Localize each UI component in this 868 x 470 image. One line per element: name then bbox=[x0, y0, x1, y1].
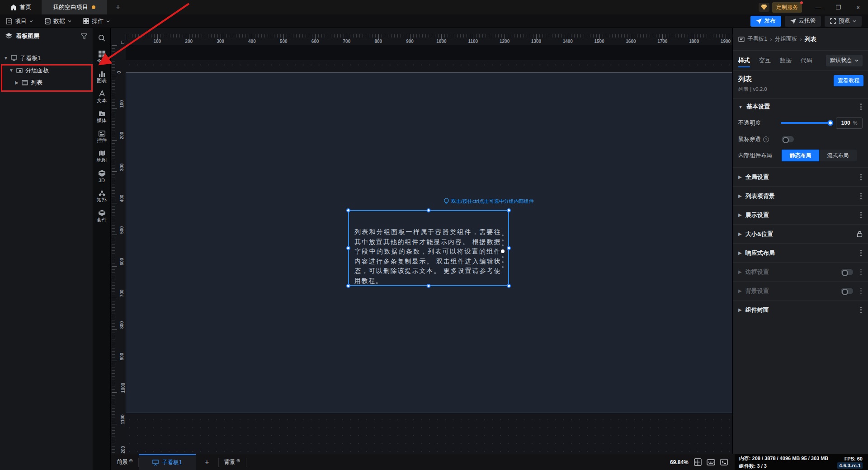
vertical-ruler[interactable]: -100010020030040050060070080090010001100… bbox=[111, 45, 126, 454]
caret-right-icon: ▶ bbox=[738, 288, 742, 293]
fps-label: FPS: bbox=[844, 456, 856, 461]
resize-handle-ne[interactable] bbox=[507, 208, 511, 212]
kebab-menu-icon[interactable] bbox=[859, 103, 863, 111]
cloud-host-button[interactable]: 云托管 bbox=[785, 16, 821, 27]
publish-button[interactable]: 发布 bbox=[750, 16, 781, 27]
library-tab-3d[interactable]: 3D bbox=[93, 166, 110, 186]
border-settings-toggle[interactable] bbox=[841, 269, 853, 275]
tab-data[interactable]: 数据 bbox=[780, 51, 792, 70]
resize-handle-nw[interactable] bbox=[346, 208, 350, 212]
new-tab-button[interactable]: + bbox=[107, 0, 129, 14]
tree-item-group-panel[interactable]: ▼ 分组面板 bbox=[0, 64, 93, 76]
library-tab-kits[interactable]: 套件 bbox=[93, 206, 110, 226]
tab-interaction[interactable]: 交互 bbox=[759, 51, 771, 70]
menu-data[interactable]: 数据 bbox=[45, 17, 71, 25]
mouse-through-row: 鼠标穿透 bbox=[733, 131, 868, 147]
section-background-settings[interactable]: ▶ 背景设置 bbox=[733, 281, 868, 300]
foreground-button[interactable]: 前景 ⊕ bbox=[111, 458, 138, 466]
library-tab-map[interactable]: 地图 bbox=[93, 146, 110, 166]
menu-actions[interactable]: 操作 bbox=[83, 17, 110, 25]
breadcrumb-item[interactable]: 子看板1 bbox=[747, 35, 767, 43]
library-tab-charts[interactable]: 图表 bbox=[93, 67, 110, 87]
tree-item-list[interactable]: ▶ 列表 bbox=[0, 76, 93, 89]
resize-handle-se[interactable] bbox=[507, 284, 511, 288]
resize-handle-e[interactable] bbox=[507, 246, 511, 250]
library-tab-label: 控件 bbox=[97, 138, 107, 143]
background-settings-toggle[interactable] bbox=[841, 288, 853, 294]
resize-handle-n[interactable] bbox=[427, 208, 431, 212]
state-selector[interactable]: 默认状态 bbox=[826, 55, 863, 66]
layout-static-option[interactable]: 静态布局 bbox=[782, 150, 819, 161]
kebab-menu-icon[interactable] bbox=[859, 249, 863, 257]
view-tutorial-button[interactable]: 查看教程 bbox=[834, 75, 863, 86]
search-icon[interactable] bbox=[98, 34, 105, 42]
slider-thumb[interactable] bbox=[827, 120, 833, 126]
diamond-icon[interactable] bbox=[759, 3, 769, 12]
add-board-button[interactable]: + bbox=[196, 458, 218, 467]
shortcut-keyboard-icon[interactable] bbox=[707, 459, 715, 465]
ruler-origin-corner[interactable] bbox=[111, 28, 126, 45]
window-minimize-button[interactable]: — bbox=[808, 0, 828, 14]
custom-service-badge[interactable]: 定制服务 bbox=[772, 2, 802, 13]
mouse-through-toggle[interactable] bbox=[782, 136, 794, 142]
kebab-menu-icon[interactable] bbox=[859, 268, 863, 276]
background-button[interactable]: 背景 ⊕ bbox=[219, 458, 246, 466]
caret-down-icon[interactable]: ▼ bbox=[9, 68, 14, 73]
state-selector-value: 默认状态 bbox=[830, 56, 852, 64]
fit-view-icon[interactable] bbox=[694, 458, 702, 466]
inspector-panel: 子看板1› 分组面板› 列表 样式 交互 数据 代码 默认状态 列表 列表 | … bbox=[732, 28, 868, 454]
breadcrumb-item[interactable]: 分组面板 bbox=[775, 35, 797, 43]
home-tab[interactable]: 首页 bbox=[0, 0, 42, 14]
kebab-menu-icon[interactable] bbox=[859, 173, 863, 181]
library-tab-controls[interactable]: 控件 bbox=[93, 127, 110, 146]
section-component-cover[interactable]: ▶ 组件封面 bbox=[733, 300, 868, 319]
library-tab-text[interactable]: 文本 bbox=[93, 87, 110, 107]
preview-button[interactable]: 预览 bbox=[825, 16, 862, 27]
opacity-input[interactable]: 100 % bbox=[836, 118, 863, 129]
components-label: 组件数: bbox=[739, 463, 756, 469]
resize-handle-w[interactable] bbox=[346, 246, 350, 250]
tree-item-dashboard[interactable]: ▼ 子看板1 bbox=[0, 52, 93, 64]
breadcrumb-current: 列表 bbox=[805, 35, 816, 43]
menu-actions-label: 操作 bbox=[92, 17, 104, 25]
resize-handle-sw[interactable] bbox=[346, 284, 350, 288]
project-tab[interactable]: 我的空白项目 bbox=[42, 0, 107, 14]
lock-icon[interactable] bbox=[857, 231, 863, 237]
basic-settings-header[interactable]: ▼ 基本设置 bbox=[733, 99, 868, 115]
opacity-slider[interactable] bbox=[781, 122, 832, 124]
library-tab-all[interactable]: 全部 bbox=[93, 47, 110, 67]
caret-down-icon[interactable]: ▼ bbox=[4, 56, 8, 61]
kebab-menu-icon[interactable] bbox=[859, 211, 863, 219]
tab-code[interactable]: 代码 bbox=[801, 51, 812, 70]
tab-style[interactable]: 样式 bbox=[738, 51, 750, 70]
section-list-item-background[interactable]: ▶ 列表项背景 bbox=[733, 186, 868, 205]
library-tab-topology[interactable]: 拓扑 bbox=[93, 186, 110, 206]
kebab-menu-icon[interactable] bbox=[859, 192, 863, 200]
canvas-viewport[interactable]: 双击/按住ctrl点击可选中分组内部组件 列表和分组面板一样属于容器类组件，需要… bbox=[126, 45, 732, 454]
library-tab-media[interactable]: 媒体 bbox=[93, 107, 110, 127]
menu-project[interactable]: 项目 bbox=[6, 17, 33, 25]
section-border-settings[interactable]: ▶ 边框设置 bbox=[733, 262, 868, 281]
add-foreground-icon[interactable]: ⊕ bbox=[129, 458, 133, 463]
add-background-icon[interactable]: ⊕ bbox=[236, 458, 241, 463]
window-maximize-button[interactable]: ❐ bbox=[828, 0, 848, 14]
resize-handle-s[interactable] bbox=[427, 284, 431, 288]
kebab-menu-icon[interactable] bbox=[859, 287, 863, 295]
kit-icon bbox=[99, 210, 105, 216]
window-close-button[interactable]: × bbox=[848, 0, 868, 14]
section-global-settings[interactable]: ▶ 全局设置 bbox=[733, 167, 868, 186]
caret-right-icon[interactable]: ▶ bbox=[14, 80, 19, 85]
section-responsive-layout[interactable]: ▶ 响应式布局 bbox=[733, 243, 868, 262]
fps-value: 60 bbox=[857, 456, 863, 461]
kebab-menu-icon[interactable] bbox=[859, 306, 863, 314]
help-icon[interactable] bbox=[763, 136, 769, 142]
layout-flow-option[interactable]: 流式布局 bbox=[819, 150, 857, 161]
section-size-position[interactable]: ▶ 大小&位置 bbox=[733, 224, 868, 243]
board-tab-active[interactable]: 子看板1 bbox=[139, 454, 195, 470]
selected-list-component[interactable]: 列表和分组面板一样属于容器类组件，需要往其中放置其他的组件才能显示内容。 根据数… bbox=[348, 210, 509, 286]
filter-icon[interactable] bbox=[81, 33, 87, 39]
horizontal-ruler[interactable]: 1002003004005006007008009001000110012001… bbox=[126, 28, 732, 45]
console-icon[interactable] bbox=[720, 459, 728, 465]
zoom-level[interactable]: 69.84% bbox=[670, 459, 689, 465]
section-display-settings[interactable]: ▶ 展示设置 bbox=[733, 205, 868, 224]
